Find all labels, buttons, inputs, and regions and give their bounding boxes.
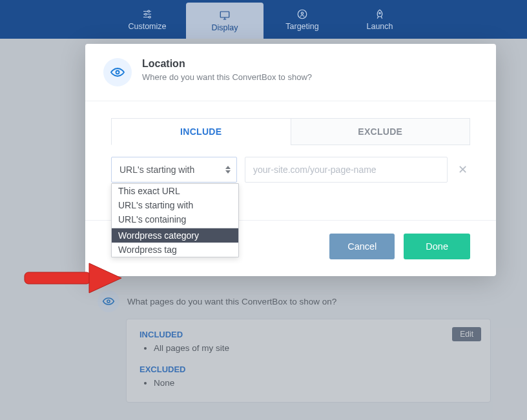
svg-point-5	[301, 12, 303, 14]
select-arrows-icon	[225, 166, 231, 174]
cancel-button[interactable]: Cancel	[329, 234, 395, 259]
nav-customize[interactable]: Customize	[108, 0, 186, 39]
svg-point-8	[116, 71, 119, 74]
dropdown-option[interactable]: URL's starting with	[112, 198, 238, 212]
dropdown-option[interactable]: Wordpress category	[112, 228, 238, 243]
match-type-select[interactable]: URL's starting with This exact URL URL's…	[111, 157, 237, 183]
nav-targeting[interactable]: Targeting	[264, 0, 341, 39]
nav-label: Display	[212, 23, 238, 32]
nav-label: Targeting	[285, 22, 318, 31]
svg-rect-9	[25, 272, 90, 284]
modal-subtitle: Where do you want this ConvertBox to sho…	[142, 72, 312, 82]
match-type-dropdown: This exact URL URL's starting with URL's…	[111, 183, 239, 257]
tab-exclude[interactable]: EXCLUDE	[291, 118, 471, 145]
annotation-arrow-icon	[19, 255, 123, 303]
svg-rect-3	[220, 12, 229, 17]
svg-point-6	[379, 12, 380, 14]
dropdown-option[interactable]: This exact URL	[112, 184, 238, 198]
nav-label: Customize	[128, 22, 166, 31]
sliders-icon	[141, 8, 153, 20]
nav-launch[interactable]: Launch	[341, 0, 418, 39]
include-exclude-tabs: INCLUDE EXCLUDE	[111, 118, 470, 145]
svg-point-1	[145, 13, 147, 15]
target-user-icon	[296, 8, 308, 20]
svg-point-0	[148, 10, 150, 12]
rule-row: URL's starting with This exact URL URL's…	[111, 157, 470, 183]
monitor-icon	[219, 10, 231, 21]
rocket-icon	[374, 8, 386, 20]
modal-title: Location	[142, 58, 312, 70]
divider	[85, 101, 496, 101]
tab-include[interactable]: INCLUDE	[111, 118, 291, 145]
top-nav: Customize Display Targeting Launch	[0, 0, 527, 39]
eye-icon	[103, 58, 132, 86]
select-value: URL's starting with	[119, 165, 194, 175]
svg-point-2	[149, 16, 150, 18]
svg-marker-10	[89, 263, 121, 293]
done-button[interactable]: Done	[404, 234, 470, 259]
location-modal: Location Where do you want this ConvertB…	[85, 44, 496, 276]
remove-rule-icon[interactable]: ✕	[455, 163, 470, 177]
nav-display[interactable]: Display	[186, 3, 264, 39]
dropdown-option[interactable]: URL's containing	[112, 212, 238, 226]
url-input[interactable]	[245, 157, 448, 183]
dropdown-option[interactable]: Wordpress tag	[112, 243, 238, 257]
nav-label: Launch	[366, 22, 393, 31]
